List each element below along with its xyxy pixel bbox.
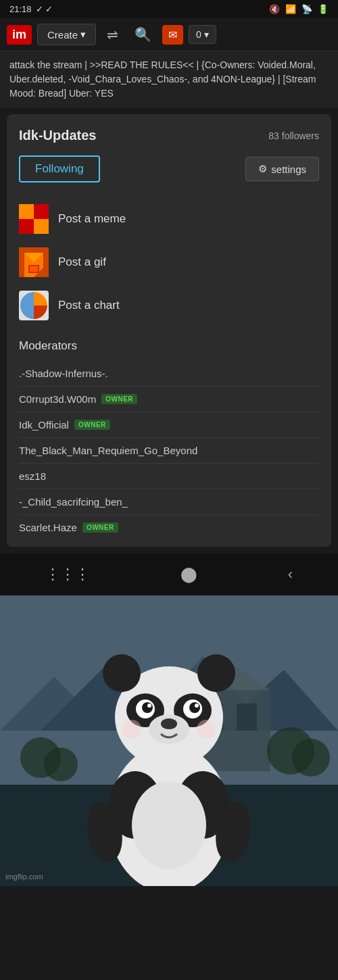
svg-point-39 (189, 702, 200, 713)
svg-rect-0 (19, 204, 34, 219)
home-button[interactable]: ⬤ (167, 563, 211, 586)
moderators-title: Moderators (19, 339, 319, 353)
mod-name: The_Black_Man_Requiem_Go_Beyond (19, 445, 197, 456)
owner-badge: OWNER (82, 522, 118, 533)
post-options: Post a meme Post a gif (19, 197, 319, 327)
settings-button[interactable]: ⚙ settings (245, 157, 319, 181)
chevron-down-icon: ▾ (80, 28, 86, 41)
back-button[interactable]: ‹ (274, 563, 306, 586)
dropdown-arrow-icon: ▾ (204, 29, 209, 40)
post-gif-option[interactable]: Post a gif (19, 241, 319, 284)
recent-apps-button[interactable]: ⋮⋮⋮ (32, 563, 103, 586)
post-meme-label: Post a meme (58, 212, 126, 226)
following-button[interactable]: Following (19, 155, 100, 182)
svg-point-27 (132, 781, 206, 869)
wifi-icon: 📶 (285, 4, 296, 14)
signal-icon: 📡 (301, 4, 312, 14)
svg-point-23 (292, 739, 330, 777)
svg-rect-1 (34, 204, 49, 219)
card-actions: Following ⚙ settings (19, 155, 319, 182)
status-time: 21:18 (9, 4, 32, 14)
create-button[interactable]: Create ▾ (37, 24, 96, 45)
gif-icon (19, 247, 49, 277)
post-chart-option[interactable]: Post a chart (19, 284, 319, 327)
svg-point-32 (103, 654, 141, 692)
stream-banner: attack the stream | >>READ THE RULES<< |… (0, 51, 338, 107)
notification-box[interactable]: 0 ▾ (189, 25, 216, 44)
svg-point-45 (197, 720, 216, 739)
battery-icon: 🔋 (318, 4, 329, 14)
stream-name: Idk-Updates (19, 128, 96, 143)
meme-icon (19, 204, 49, 234)
mod-name: Scarlet.Haze (19, 522, 77, 533)
status-left: 21:18 ✓ ✓ (9, 4, 53, 14)
card-header: Idk-Updates 83 followers (19, 128, 319, 143)
svg-rect-2 (19, 219, 34, 234)
owner-badge: OWNER (101, 394, 137, 404)
svg-point-41 (195, 704, 199, 708)
mod-name: .-Shadow-Infernus-. (19, 368, 108, 379)
mod-item[interactable]: esz18 (19, 464, 319, 489)
svg-point-43 (161, 718, 177, 729)
mod-item[interactable]: Idk_Official OWNER (19, 412, 319, 438)
main-card: Idk-Updates 83 followers Following ⚙ set… (7, 114, 331, 547)
status-right: 🔇 📶 📡 🔋 (269, 4, 329, 14)
svg-point-44 (122, 720, 141, 739)
search-icon[interactable]: 🔍 (129, 24, 157, 45)
mod-item[interactable]: Scarlet.Haze OWNER (19, 515, 319, 540)
panda-image: imgflip.com (0, 595, 338, 886)
mod-item[interactable]: .-Shadow-Infernus-. (19, 361, 319, 387)
post-meme-option[interactable]: Post a meme (19, 197, 319, 241)
mod-name: -_Child_sacrifcing_ben_ (19, 496, 128, 508)
mail-icon[interactable]: ✉ (162, 25, 183, 45)
followers-count: 83 followers (268, 130, 319, 141)
mod-name: Idk_Official (19, 419, 69, 431)
svg-marker-8 (30, 266, 38, 272)
status-bar: 21:18 ✓ ✓ 🔇 📶 📡 🔋 (0, 0, 338, 18)
mod-name: C0rrupt3d.W00m (19, 393, 96, 405)
nav-bar: im Create ▾ ⇌ 🔍 ✉ 0 ▾ (0, 18, 338, 51)
svg-point-40 (147, 704, 151, 708)
imgflip-logo[interactable]: im (7, 25, 32, 45)
mod-name: esz18 (19, 470, 46, 482)
svg-rect-3 (34, 219, 49, 234)
svg-point-38 (142, 702, 153, 713)
imgflip-watermark: imgflip.com (5, 873, 43, 881)
owner-badge: OWNER (74, 420, 110, 430)
meme-image-section: imgflip.com (0, 595, 338, 886)
post-gif-label: Post a gif (58, 255, 106, 269)
gear-icon: ⚙ (258, 163, 267, 175)
moderators-list: .-Shadow-Infernus-. C0rrupt3d.W00m OWNER… (19, 361, 319, 540)
mod-item[interactable]: -_Child_sacrifcing_ben_ (19, 489, 319, 515)
mute-icon: 🔇 (269, 4, 280, 14)
system-nav-bar: ⋮⋮⋮ ⬤ ‹ (0, 554, 338, 595)
svg-point-33 (197, 654, 235, 692)
mod-item[interactable]: C0rrupt3d.W00m OWNER (19, 387, 319, 412)
chart-icon (19, 291, 49, 320)
shuffle-icon[interactable]: ⇌ (101, 24, 124, 45)
mod-item[interactable]: The_Black_Man_Requiem_Go_Beyond (19, 438, 319, 464)
post-chart-label: Post a chart (58, 299, 120, 312)
status-checkmarks: ✓ ✓ (36, 4, 53, 14)
